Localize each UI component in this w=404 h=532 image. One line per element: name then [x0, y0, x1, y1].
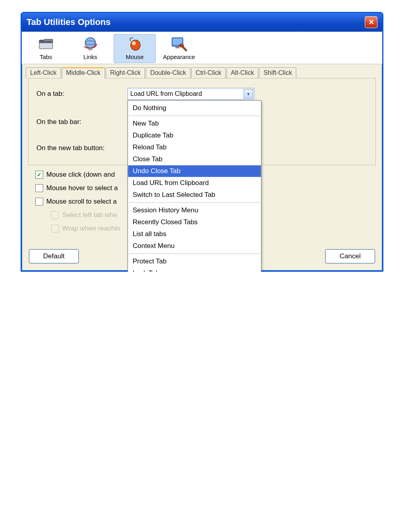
check-label: Mouse click (down and — [46, 171, 115, 179]
category-links[interactable]: Links — [69, 34, 111, 63]
svg-rect-5 — [88, 48, 92, 50]
dropdown-item[interactable]: Switch to Last Selected Tab — [128, 189, 261, 201]
click-type-tabs: Left-Click Middle-Click Right-Click Doub… — [22, 64, 382, 78]
dropdown-separator — [129, 116, 260, 116]
dropdown-item[interactable]: Do Nothing — [128, 102, 261, 114]
svg-rect-10 — [175, 46, 179, 48]
globe-icon — [82, 36, 99, 52]
checkbox-icon: ✓ — [35, 171, 43, 179]
on-a-tab-combobox[interactable]: Load URL from Clipboard ▼ Do NothingNew … — [128, 88, 254, 100]
dropdown-item[interactable]: Session History Menu — [128, 204, 261, 216]
on-new-tab-button-label: On the new tab button: — [36, 144, 105, 152]
tab-shift-click[interactable]: Shift-Click — [259, 67, 296, 78]
dropdown-item[interactable]: Undo Close Tab — [128, 165, 261, 177]
on-a-tab-dropdown: Do NothingNew TabDuplicate TabReload Tab… — [128, 100, 261, 272]
svg-rect-9 — [173, 38, 182, 45]
middle-click-pane: On a tab: Load URL from Clipboard ▼ Do N… — [28, 78, 376, 165]
category-tabs[interactable]: Tabs — [25, 34, 67, 63]
tab-middle-click[interactable]: Middle-Click — [62, 67, 105, 78]
category-label: Links — [83, 53, 97, 60]
on-a-tab-label: On a tab: — [36, 90, 128, 98]
dropdown-item[interactable]: Context Menu — [128, 240, 261, 252]
tab-ctrl-click[interactable]: Ctrl-Click — [191, 67, 226, 78]
dropdown-item[interactable]: Reload Tab — [128, 141, 261, 153]
checkbox-icon — [51, 211, 59, 219]
on-tab-bar-label: On the tab bar: — [36, 118, 128, 126]
svg-point-6 — [131, 40, 140, 50]
svg-point-7 — [132, 41, 136, 45]
close-icon: ✕ — [368, 18, 374, 27]
dropdown-separator — [129, 254, 260, 254]
dropdown-item[interactable]: List all tabs — [128, 228, 261, 240]
cancel-button[interactable]: Cancel — [325, 249, 375, 263]
chevron-down-icon: ▼ — [244, 89, 253, 99]
category-label: Appearance — [163, 53, 195, 60]
window-title: Tab Utilities Options — [27, 17, 365, 27]
row-on-a-tab: On a tab: Load URL from Clipboard ▼ Do N… — [36, 88, 368, 100]
category-label: Mouse — [126, 53, 143, 60]
dropdown-item[interactable]: Lock Tab — [128, 267, 261, 272]
options-dialog: Tab Utilities Options ✕ Tabs — [21, 12, 383, 272]
dropdown-item[interactable]: Duplicate Tab — [128, 130, 261, 141]
category-label: Tabs — [40, 53, 52, 60]
svg-point-11 — [179, 44, 184, 47]
default-button[interactable]: Default — [29, 249, 79, 263]
tab-alt-click[interactable]: Alt-Click — [227, 67, 259, 78]
category-appearance[interactable]: Appearance — [158, 34, 200, 63]
dropdown-separator — [129, 202, 260, 203]
dropdown-item[interactable]: Close Tab — [128, 153, 261, 165]
category-mouse[interactable]: Mouse — [114, 34, 156, 63]
close-button[interactable]: ✕ — [365, 16, 377, 28]
check-label: Mouse hover to select a — [46, 184, 118, 192]
folder-icon — [37, 36, 55, 52]
check-label: Wrap when reachin — [62, 225, 120, 233]
tab-left-click[interactable]: Left-Click — [26, 67, 61, 78]
pane-wrap: On a tab: Load URL from Clipboard ▼ Do N… — [22, 78, 382, 247]
tab-double-click[interactable]: Double-Click — [146, 67, 191, 78]
category-toolbar: Tabs Links — [22, 32, 382, 64]
check-label: Mouse scroll to select a — [46, 198, 117, 206]
check-label: Select left tab whe — [62, 211, 117, 219]
checkbox-icon — [35, 184, 43, 192]
titlebar: Tab Utilities Options ✕ — [22, 13, 382, 32]
appearance-icon — [170, 36, 188, 52]
dropdown-item[interactable]: Load URL from Clipboard — [128, 177, 261, 189]
dropdown-item[interactable]: Protect Tab — [128, 256, 261, 267]
dropdown-item[interactable]: New Tab — [128, 118, 261, 130]
combobox-value: Load URL from Clipboard — [130, 90, 243, 97]
checkbox-icon — [51, 225, 59, 233]
checkbox-icon — [35, 198, 43, 206]
dropdown-item[interactable]: Recently Closed Tabs — [128, 216, 261, 228]
mouse-icon — [126, 36, 143, 52]
tab-right-click[interactable]: Right-Click — [106, 67, 145, 78]
